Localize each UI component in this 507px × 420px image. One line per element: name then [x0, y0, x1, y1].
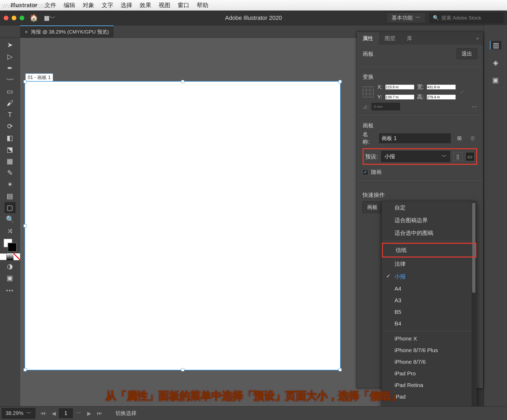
nav-prev-icon[interactable]: ◀: [49, 409, 58, 418]
preset-option[interactable]: 小报: [382, 270, 476, 283]
x-label: X:: [377, 84, 383, 90]
maximize-window-icon[interactable]: [20, 16, 24, 20]
preset-option[interactable]: iPhone X: [382, 333, 476, 344]
menu-file[interactable]: 文件: [45, 1, 56, 9]
resize-handle-n[interactable]: [181, 80, 184, 83]
eraser-tool-icon[interactable]: ◧: [4, 132, 16, 143]
rotate-tool-icon[interactable]: ⟳: [4, 121, 16, 132]
preset-option[interactable]: A4: [382, 283, 476, 295]
artboard[interactable]: [25, 81, 340, 370]
height-input[interactable]: [427, 95, 456, 100]
preset-option[interactable]: iPhone 8/7/6 Plus: [382, 344, 476, 356]
mini-swatch-gradient[interactable]: [7, 253, 13, 260]
artboard-options-button[interactable]: 画板: [363, 201, 382, 213]
resize-handle-sw[interactable]: [24, 368, 27, 371]
preset-dropdown-menu: 自定适合图稿边界适合选中的图稿信纸法律小报A4A3B5B4iPhone XiPh…: [382, 201, 477, 420]
close-tab-icon[interactable]: ×: [25, 29, 28, 35]
menu-select[interactable]: 选择: [121, 1, 132, 9]
swap-fill-stroke-icon[interactable]: ⤭: [4, 225, 16, 236]
x-input[interactable]: [385, 85, 414, 90]
menu-window[interactable]: 窗口: [178, 1, 189, 9]
preset-option[interactable]: iPad Pro: [382, 368, 476, 379]
zoom-tool-icon[interactable]: 🔍: [4, 214, 16, 225]
resize-handle-se[interactable]: [339, 368, 342, 371]
mini-swatch-fill[interactable]: [0, 253, 7, 260]
nav-chevron-down-icon[interactable]: ﹀: [73, 408, 84, 418]
home-icon[interactable]: 🏠: [30, 14, 38, 22]
pen-tool-icon[interactable]: ✒: [4, 63, 16, 74]
rectangle-tool-icon[interactable]: ▭: [4, 86, 16, 97]
resize-handle-ne[interactable]: [339, 80, 342, 83]
zoom-selector[interactable]: 38.29% ﹀: [2, 408, 35, 419]
column-graph-tool-icon[interactable]: ▤: [4, 190, 16, 202]
edit-toolbar-icon[interactable]: •••: [6, 287, 14, 294]
nav-last-icon[interactable]: ⏭: [94, 409, 105, 418]
artboard-number[interactable]: 1: [59, 408, 73, 418]
menu-type[interactable]: 文字: [102, 1, 113, 9]
delete-artboard-icon[interactable]: 🗑: [468, 134, 477, 143]
panel-expand-icon[interactable]: »: [472, 32, 483, 45]
stroke-color-swatch[interactable]: [8, 243, 17, 252]
y-input[interactable]: [385, 95, 414, 100]
menu-view[interactable]: 视图: [159, 1, 170, 9]
eyedropper-tool-icon[interactable]: ✎: [4, 167, 16, 178]
search-stock-input[interactable]: 🔍 搜索 Adobe Stock: [429, 13, 503, 23]
new-artboard-icon[interactable]: ⊞: [455, 134, 464, 143]
layers-rail-icon[interactable]: ◈: [490, 58, 501, 67]
properties-rail-icon[interactable]: ▥: [490, 41, 501, 49]
move-with-artboard-checkbox[interactable]: ✓: [363, 169, 368, 175]
preset-option[interactable]: 自定: [382, 201, 476, 214]
reference-point-grid[interactable]: [363, 86, 374, 97]
chevron-down-icon: ﹀: [415, 14, 421, 21]
menu-effect[interactable]: 效果: [140, 1, 151, 9]
type-tool-icon[interactable]: T: [4, 109, 16, 120]
portrait-icon[interactable]: ▯: [453, 152, 462, 161]
nav-first-icon[interactable]: ⏮: [38, 409, 49, 418]
artboard-tool-icon[interactable]: ▢: [4, 202, 16, 213]
screen-mode-icon[interactable]: ▣: [4, 272, 16, 283]
fill-stroke-swatch[interactable]: [3, 239, 17, 252]
draw-mode-icon[interactable]: ◑: [4, 261, 16, 272]
symbol-sprayer-tool-icon[interactable]: ✴: [4, 179, 16, 190]
link-dimensions-icon[interactable]: ⟋: [459, 89, 465, 95]
preset-option[interactable]: B4: [382, 318, 476, 329]
preset-option[interactable]: 信纸: [382, 243, 476, 258]
libraries-rail-icon[interactable]: ▣: [490, 76, 501, 84]
preset-option[interactable]: iPhone 8/7/6: [382, 356, 476, 368]
menu-edit[interactable]: 编辑: [64, 1, 75, 9]
gradient-tool-icon[interactable]: ▦: [4, 156, 16, 167]
artboard-name-input[interactable]: [379, 133, 451, 143]
preset-option[interactable]: 适合图稿边界: [382, 214, 476, 227]
panel-arrange-icon[interactable]: ▮▮ ﹀: [44, 14, 55, 22]
nav-next-icon[interactable]: ▶: [84, 409, 94, 418]
mini-swatch-none[interactable]: [13, 253, 20, 260]
angle-input[interactable]: [372, 103, 400, 110]
more-options-icon[interactable]: ⋯: [472, 104, 477, 110]
preset-option[interactable]: B5: [382, 306, 476, 318]
width-input[interactable]: [427, 85, 456, 90]
tab-library[interactable]: 库: [401, 32, 418, 45]
menu-object[interactable]: 对象: [83, 1, 94, 9]
close-window-icon[interactable]: [4, 16, 8, 20]
minimize-window-icon[interactable]: [12, 16, 16, 20]
tab-layers[interactable]: 图层: [379, 32, 401, 45]
preset-option[interactable]: A3: [382, 295, 476, 306]
resize-handle-w[interactable]: [24, 224, 27, 227]
resize-handle-s[interactable]: [181, 368, 184, 371]
curvature-tool-icon[interactable]: 〰: [4, 74, 16, 85]
preset-option[interactable]: 法律: [382, 258, 476, 270]
shape-builder-tool-icon[interactable]: ⬔: [4, 144, 16, 155]
selection-tool-icon[interactable]: ➤: [4, 39, 16, 50]
document-tab[interactable]: × 海报 @ 38.29% (CMYK/GPU 预览): [20, 25, 114, 38]
resize-handle-nw[interactable]: [24, 80, 27, 83]
app-name-menu[interactable]: Illustrator: [11, 2, 37, 9]
paintbrush-tool-icon[interactable]: 🖌: [4, 97, 16, 109]
landscape-icon[interactable]: ▭: [466, 152, 475, 161]
preset-dropdown[interactable]: 小报 ﹀: [381, 151, 450, 162]
preset-option[interactable]: 适合选中的图稿: [382, 227, 476, 239]
tab-properties[interactable]: 属性: [357, 32, 379, 45]
direct-selection-tool-icon[interactable]: ▷: [4, 51, 16, 62]
exit-artboard-button[interactable]: 退出: [457, 48, 477, 59]
workspace-switcher[interactable]: 基本功能 ﹀: [387, 12, 426, 23]
menu-help[interactable]: 帮助: [197, 1, 208, 9]
